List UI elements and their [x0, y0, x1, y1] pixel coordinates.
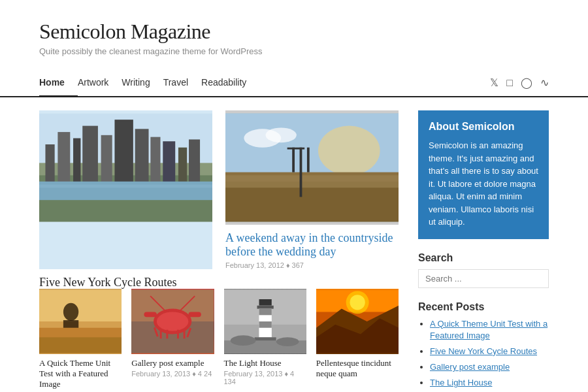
small-post-1-image[interactable]: [39, 289, 122, 354]
recent-post-link-1[interactable]: A Quick Theme Unit Test with a Featured …: [430, 319, 547, 340]
rss-icon[interactable]: ∿: [540, 76, 549, 89]
featured-post-2-title[interactable]: A weekend away in the countryside before…: [225, 231, 399, 259]
svg-point-66: [350, 295, 365, 310]
small-post-2-title[interactable]: Gallery post example: [131, 358, 214, 368]
recent-post-item-4: The Light House: [430, 377, 549, 389]
recent-post-item-1: A Quick Theme Unit Test with a Featured …: [430, 318, 549, 342]
svg-rect-41: [160, 329, 162, 339]
recent-post-link-3[interactable]: Gallery post example: [430, 362, 510, 372]
site-title: Semicolon Magazine: [39, 20, 549, 44]
featured-post-2: A weekend away in the countryside before…: [225, 110, 399, 269]
nav-item-readability[interactable]: Readability: [201, 69, 259, 96]
small-posts: A Quick Theme Unit Test with a Featured …: [39, 289, 399, 389]
svg-rect-51: [259, 299, 271, 306]
svg-rect-24: [292, 148, 295, 172]
featured-post-2-image[interactable]: [225, 110, 399, 225]
svg-rect-52: [257, 306, 273, 309]
nav-item-writing[interactable]: Writing: [122, 69, 163, 96]
svg-rect-21: [225, 175, 399, 188]
nav-social-icons: 𝕏 □ ◯ ∿: [490, 76, 549, 89]
svg-rect-54: [259, 321, 271, 328]
small-post-1-title[interactable]: A Quick Theme Unit Test with a Featured …: [39, 358, 122, 389]
featured-post-2-meta: February 13, 2012 ♦ 367: [225, 261, 399, 269]
nav-item-artwork[interactable]: Artwork: [78, 69, 122, 96]
posts-area: Five New York Cycle Routes November 11, …: [39, 110, 399, 392]
recent-post-item-2: Five New York Cycle Routes: [430, 346, 549, 357]
svg-rect-38: [144, 312, 157, 317]
svg-rect-53: [259, 309, 271, 316]
small-post-3-title[interactable]: The Light House: [224, 358, 306, 368]
small-post-2-meta: February 13, 2013 ♦ 4 24: [131, 370, 214, 378]
small-post-3-image[interactable]: [224, 289, 306, 354]
main-nav: Home Artwork Writing Travel Readability …: [0, 69, 588, 97]
svg-rect-23: [287, 148, 305, 150]
recent-post-item-3: Gallery post example: [430, 361, 549, 373]
svg-rect-29: [39, 289, 122, 321]
svg-rect-44: [184, 329, 186, 339]
recent-posts-list: A Quick Theme Unit Test with a Featured …: [418, 318, 549, 389]
search-input[interactable]: [418, 269, 549, 288]
recent-posts-label: Recent Posts: [418, 301, 549, 313]
search-label: Search: [418, 252, 549, 264]
recent-post-link-4[interactable]: The Light House: [430, 378, 492, 387]
featured-post-1-image[interactable]: [39, 110, 212, 269]
svg-rect-15: [39, 185, 212, 188]
site-header: Semicolon Magazine Quite possibly the cl…: [0, 0, 588, 56]
svg-point-57: [230, 335, 255, 346]
main-content: Five New York Cycle Routes November 11, …: [0, 97, 588, 392]
svg-point-27: [266, 127, 297, 142]
search-section: Search: [418, 252, 549, 288]
svg-point-18: [318, 126, 380, 176]
featured-post-1: Five New York Cycle Routes November 11, …: [39, 110, 212, 269]
svg-point-58: [276, 337, 299, 346]
svg-rect-25: [307, 148, 310, 172]
svg-rect-33: [39, 337, 122, 353]
small-post-1: A Quick Theme Unit Test with a Featured …: [39, 289, 122, 389]
small-post-4: Pellentesque tincidunt neque quam: [316, 289, 399, 389]
about-box-text: Semicolon is an amazing theme. It's just…: [429, 139, 538, 229]
nav-links: Home Artwork Writing Travel Readability: [39, 69, 259, 96]
site-tagline: Quite possibly the cleanest magazine the…: [39, 46, 549, 56]
recent-post-link-2[interactable]: Five New York Cycle Routes: [430, 346, 537, 356]
small-post-2-image[interactable]: [131, 289, 214, 354]
nav-item-travel[interactable]: Travel: [163, 69, 201, 96]
small-post-4-title[interactable]: Pellentesque tincidunt neque quam: [316, 358, 399, 379]
featured-post-1-title[interactable]: Five New York Cycle Routes: [39, 276, 212, 289]
small-post-2: Gallery post example February 13, 2013 ♦…: [131, 289, 214, 389]
github-icon[interactable]: ◯: [521, 76, 532, 89]
svg-rect-22: [300, 148, 302, 197]
about-box: About Semicolon Semicolon is an amazing …: [418, 110, 549, 239]
sidebar: About Semicolon Semicolon is an amazing …: [418, 110, 549, 392]
small-post-4-image[interactable]: [316, 289, 399, 354]
svg-rect-14: [39, 182, 212, 200]
svg-point-30: [63, 303, 78, 321]
svg-rect-39: [189, 312, 201, 317]
recent-posts-section: Recent Posts A Quick Theme Unit Test wit…: [418, 301, 549, 389]
nav-item-home[interactable]: Home: [39, 69, 78, 97]
small-post-3-meta: February 13, 2013 ♦ 4 134: [224, 370, 306, 385]
facebook-icon[interactable]: □: [506, 77, 513, 89]
svg-point-37: [157, 312, 189, 331]
svg-rect-43: [177, 330, 179, 339]
twitter-icon[interactable]: 𝕏: [490, 76, 498, 89]
about-box-heading: About Semicolon: [429, 121, 538, 133]
svg-rect-42: [167, 330, 169, 339]
featured-posts: Five New York Cycle Routes November 11, …: [39, 110, 399, 269]
small-post-3: The Light House February 13, 2013 ♦ 4 13…: [224, 289, 306, 389]
